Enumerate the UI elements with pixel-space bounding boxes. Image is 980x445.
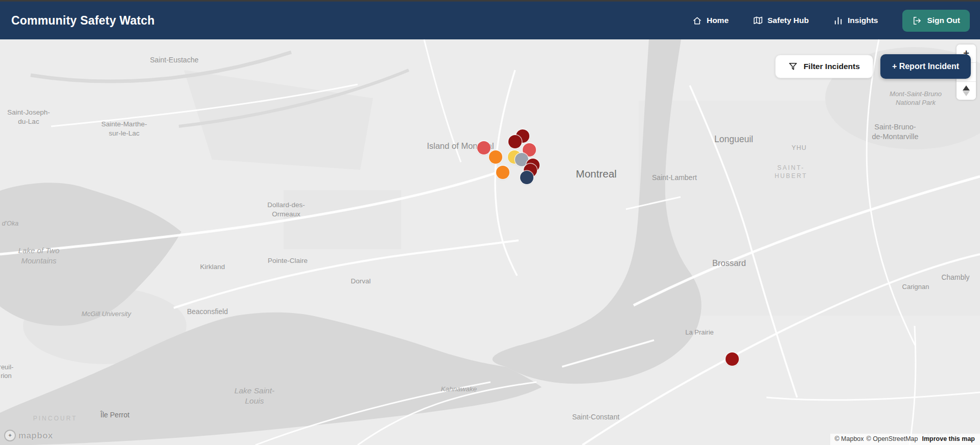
- compass-button[interactable]: [956, 82, 976, 100]
- map-base-layer: [0, 39, 980, 445]
- map-label-beaconsfield: Beaconsfield: [187, 307, 228, 316]
- mapbox-logo[interactable]: ✦ mapbox: [4, 430, 53, 441]
- improve-map-link[interactable]: Improve this map: [922, 435, 975, 442]
- map-label-saint-constant: Saint-Constant: [572, 412, 620, 421]
- incident-marker-orange[interactable]: [496, 166, 509, 179]
- map-label-pointe-claire: Pointe-Claire: [268, 256, 308, 265]
- incident-marker-navy[interactable]: [520, 171, 533, 184]
- airport-patch: [284, 190, 401, 249]
- map-action-buttons: Filter Incidents + Report Incident: [775, 54, 971, 79]
- filter-incidents-button[interactable]: Filter Incidents: [775, 55, 873, 78]
- map-label-chambly: Chambly: [941, 273, 969, 282]
- map-label-vaudreuil-dorion: reuil-rion: [0, 363, 13, 381]
- map-label-lake-of-two-mountains: Lake of TwoMountains: [18, 246, 60, 265]
- nav-item-label: Home: [707, 16, 729, 25]
- map-label-pincourt: PINCOURT: [33, 415, 77, 423]
- map-label-kirkland: Kirkland: [200, 262, 225, 272]
- map-label-mont-saint-bruno-national-park: Mont-Saint-BrunoNational Park: [890, 90, 942, 107]
- attribution-osm-link[interactable]: © OpenStreetMap: [867, 435, 918, 442]
- map-icon: [753, 16, 763, 26]
- compass-needle-north-icon: [963, 85, 970, 91]
- map-label-lake-saint-louis: Lake Saint-Louis: [235, 386, 274, 406]
- map-label-brossard: Brossard: [712, 258, 746, 269]
- nav-item-label: Safety Hub: [767, 16, 809, 25]
- map-label-longueuil: Longueuil: [714, 134, 753, 145]
- nav-item-insights[interactable]: Insights: [833, 16, 878, 26]
- sign-out-label: Sign Out: [927, 16, 960, 25]
- sign-out-button[interactable]: Sign Out: [902, 10, 970, 32]
- incident-marker-orange[interactable]: [489, 150, 502, 164]
- map-label-yhu: YHU: [791, 144, 806, 152]
- report-incident-button[interactable]: + Report Incident: [880, 54, 971, 79]
- nav-item-safety-hub[interactable]: Safety Hub: [753, 16, 809, 26]
- forest-patch: [184, 70, 373, 170]
- funnel-icon: [788, 62, 798, 71]
- map-label-sainte-marthe-sur-le-lac: Sainte-Marthe-sur-le-Lac: [101, 120, 147, 138]
- map-label-saint-lambert: Saint-Lambert: [652, 173, 697, 182]
- map-label-saint-joseph-du-lac: Saint-Joseph-du-Lac: [7, 108, 50, 126]
- mapbox-logo-text: mapbox: [18, 431, 53, 441]
- logout-icon: [912, 16, 922, 26]
- map-label-kahnawake: Kahnawake: [441, 385, 477, 394]
- map-attribution: © Mapbox © OpenStreetMap Improve this ma…: [830, 434, 980, 445]
- map-label-carignan: Carignan: [902, 283, 929, 292]
- home-icon: [692, 16, 702, 26]
- map-label-ile-perrot: Île Perrot: [101, 410, 130, 419]
- map-label-saint-eustache: Saint-Eustache: [150, 55, 199, 64]
- map-label-dorval: Dorval: [351, 277, 370, 286]
- navbar: Community Safety Watch Home Safety Hub I…: [0, 2, 980, 39]
- filter-incidents-label: Filter Incidents: [804, 62, 860, 71]
- nav-item-home[interactable]: Home: [692, 16, 729, 26]
- attribution-mapbox-link[interactable]: © Mapbox: [834, 435, 864, 442]
- app-title: Community Safety Watch: [11, 14, 155, 28]
- map-label-saint-bruno-de-montarville: Saint-Bruno-de-Montarville: [872, 122, 918, 142]
- mapbox-logo-icon: ✦: [4, 430, 16, 441]
- bar-chart-icon: [833, 16, 843, 26]
- map-label-mcgill-university: McGill University: [82, 310, 131, 319]
- incident-marker-dark-red[interactable]: [508, 135, 522, 148]
- map-label-la-prairie: La Prairie: [685, 328, 714, 337]
- nav-links: Home Safety Hub Insights Sign Out: [692, 10, 970, 32]
- map-label-montreal: Montreal: [576, 167, 617, 181]
- map-label-dollard-des-ormeaux: Dollard-des-Ormeaux: [267, 201, 305, 218]
- report-incident-label: + Report Incident: [892, 62, 959, 71]
- compass-needle-south-icon: [963, 91, 970, 96]
- map-canvas[interactable]: Saint-EustacheSaint-Joseph-du-LacSainte-…: [0, 39, 980, 445]
- incident-marker-dark-red[interactable]: [726, 352, 739, 366]
- incident-marker-red[interactable]: [477, 141, 491, 154]
- nav-item-label: Insights: [848, 16, 878, 25]
- map-label-saint-hubert: SAINT-HUBERT: [775, 164, 807, 180]
- map-label-oka: d'Oka: [2, 219, 18, 228]
